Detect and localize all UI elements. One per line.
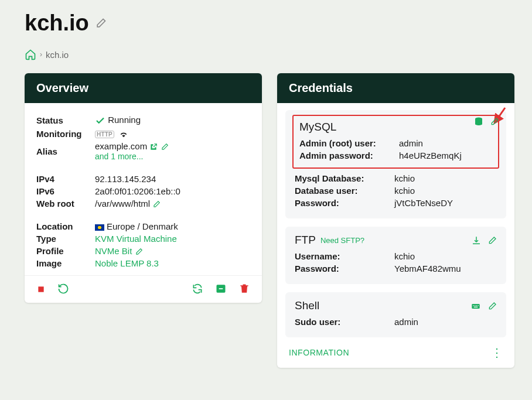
ftp-pass-value: YebmAF482wmu <box>394 264 497 273</box>
delete-icon[interactable] <box>238 283 250 295</box>
breadcrumb-separator: › <box>40 50 42 59</box>
image-value[interactable]: Noble LEMP 8.3 <box>95 258 159 268</box>
keyboard-icon[interactable] <box>470 300 482 311</box>
svg-rect-8 <box>478 305 478 306</box>
shell-card: Shell Sudo user:admin <box>285 292 506 337</box>
edit-profile-icon[interactable] <box>135 246 143 256</box>
mysql-title: MySQL <box>299 121 336 134</box>
ipv4-label: IPv4 <box>36 174 95 184</box>
external-link-icon[interactable] <box>149 141 160 151</box>
location-label: Location <box>36 221 95 231</box>
ftp-user-label: Username: <box>295 251 394 261</box>
svg-rect-7 <box>476 305 477 306</box>
restart-icon[interactable] <box>57 283 69 295</box>
home-icon[interactable] <box>25 49 36 60</box>
http-icon: HTTP <box>95 131 114 138</box>
ftp-card: FTP Need SFTP? Username:kchio Password:Y… <box>285 227 506 284</box>
edit-shell-icon[interactable] <box>487 300 497 311</box>
mysql-dbuser-value: kchio <box>394 186 497 196</box>
shell-title: Shell <box>295 299 319 312</box>
information-tab[interactable]: INFORMATION <box>289 348 349 357</box>
mysql-admin-user-value: admin <box>399 138 492 148</box>
breadcrumb-current: kch.io <box>46 50 69 60</box>
svg-rect-6 <box>475 305 475 306</box>
mysql-pass-value: jVtCbTeNseDY <box>394 198 497 208</box>
svg-rect-4 <box>472 304 479 309</box>
shell-sudo-label: Sudo user: <box>295 317 394 327</box>
profile-value[interactable]: NVMe Bit <box>95 246 132 256</box>
mysql-admin-user-label: Admin (root) user: <box>299 138 399 148</box>
svg-rect-5 <box>473 305 473 306</box>
credentials-panel: Credentials MySQL Admi <box>277 73 514 368</box>
alias-label: Alias <box>36 146 95 156</box>
wifi-icon <box>119 128 128 138</box>
shell-sudo-value: admin <box>394 317 497 327</box>
edit-mysql-icon[interactable] <box>490 116 499 127</box>
mysql-admin-pass-value: h4eURzBemqKj <box>399 151 492 160</box>
edit-webroot-icon[interactable] <box>152 199 161 208</box>
ftp-pass-label: Password: <box>295 264 394 273</box>
svg-rect-9 <box>474 307 478 307</box>
image-label: Image <box>36 258 95 268</box>
page-title: kch.io <box>25 11 89 36</box>
more-menu-icon[interactable]: ⋮ <box>491 346 503 360</box>
credentials-header: Credentials <box>277 73 514 103</box>
svg-rect-0 <box>38 287 43 292</box>
sftp-hint-link[interactable]: Need SFTP? <box>320 236 364 245</box>
type-label: Type <box>36 234 95 244</box>
breadcrumb: › kch.io <box>25 49 514 60</box>
mysql-db-label: Mysql Database: <box>295 173 394 183</box>
location-value: Europe / Denmark <box>107 221 178 231</box>
mysql-dbuser-label: Database user: <box>295 186 394 196</box>
edit-ftp-icon[interactable] <box>487 235 497 246</box>
monitoring-label: Monitoring <box>36 129 95 139</box>
type-value[interactable]: KVM Virtual Machine <box>95 234 177 244</box>
webroot-label: Web root <box>36 199 95 208</box>
mysql-card: MySQL Admin (root) user:admin Admin pass… <box>285 110 506 218</box>
mysql-admin-highlight: MySQL Admin (root) user:admin Admin pass… <box>292 115 499 169</box>
mysql-admin-pass-label: Admin password: <box>299 151 399 160</box>
overview-panel: Overview Status Running Monitoring HTTP <box>25 73 262 303</box>
webroot-value: /var/www/html <box>95 199 150 208</box>
ftp-title: FTP <box>295 234 316 247</box>
edit-alias-icon[interactable] <box>161 141 169 151</box>
stop-icon[interactable] <box>36 283 46 294</box>
overview-footer <box>25 275 262 303</box>
database-icon[interactable] <box>473 116 484 127</box>
check-icon <box>95 115 108 125</box>
download-icon[interactable] <box>471 235 482 246</box>
status-value: Running <box>108 115 141 125</box>
svg-rect-2 <box>219 288 223 289</box>
mysql-db-value: kchio <box>394 173 497 183</box>
status-label: Status <box>36 115 95 125</box>
archive-icon[interactable] <box>215 283 227 295</box>
ipv4-value: 92.113.145.234 <box>95 174 250 184</box>
credentials-footer: INFORMATION ⋮ <box>277 337 514 368</box>
ipv6-value: 2a0f:0f01:0206:1eb::0 <box>95 186 250 196</box>
flag-eu-icon <box>95 224 104 231</box>
edit-title-icon[interactable] <box>95 17 107 29</box>
ftp-user-value: kchio <box>394 251 497 261</box>
mysql-pass-label: Password: <box>295 198 394 208</box>
alias-value: example.com <box>95 141 147 151</box>
alias-more-link[interactable]: and 1 more... <box>95 152 144 161</box>
profile-label: Profile <box>36 246 95 256</box>
ipv6-label: IPv6 <box>36 186 95 196</box>
sync-icon[interactable] <box>192 283 203 295</box>
overview-header: Overview <box>25 73 262 103</box>
